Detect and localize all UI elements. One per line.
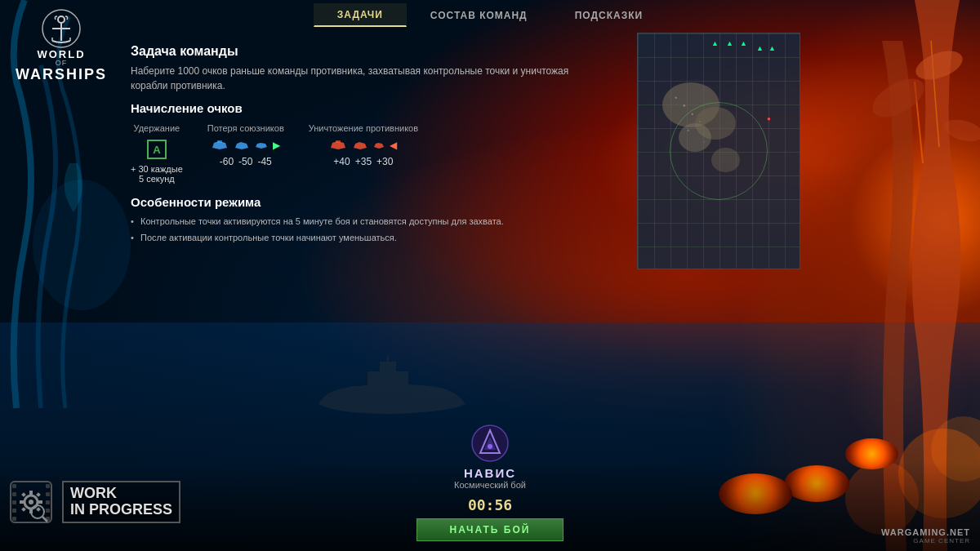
svg-marker-15: [235, 142, 248, 149]
enemies-val-2: +35: [355, 156, 372, 167]
svg-point-32: [29, 500, 33, 504]
svg-rect-48: [46, 500, 50, 504]
svg-rect-38: [36, 492, 41, 497]
mission-title: Задача команды: [131, 44, 588, 59]
wargaming-sub: GAME CENTER: [881, 537, 970, 544]
scoring-col-allies: Потеря союзников ▶ -60: [207, 123, 284, 167]
svg-marker-16: [256, 143, 267, 149]
destroyer-icon-allied: [255, 141, 268, 149]
cruiser-icon-allied: [234, 140, 250, 150]
terrain-dot-6: ●: [703, 140, 705, 144]
gear-icon: [7, 478, 56, 527]
enemies-values: +40 +35 +30: [333, 156, 393, 167]
terrain-dot-1: ●: [683, 103, 686, 108]
wip-text-line2: IN PROGRESS: [70, 502, 172, 518]
terrain-dot-5: ●: [687, 127, 689, 132]
logo-warships: WARSHIPS: [8, 67, 114, 82]
svg-rect-33: [29, 491, 33, 495]
svg-point-51: [31, 505, 44, 518]
svg-rect-36: [38, 500, 42, 504]
svg-point-29: [488, 444, 492, 449]
allied-arrow: ▶: [273, 140, 280, 151]
game-logo: WORLD OF WARSHIPS: [8, 8, 114, 82]
capture-point-a: A: [147, 140, 167, 159]
svg-rect-40: [36, 507, 41, 512]
tab-hints[interactable]: ПОДСКАЗКИ: [551, 4, 666, 27]
scoring-col-holding-label: Удержание: [134, 123, 180, 133]
svg-marker-19: [354, 142, 367, 149]
mission-description: Наберите 1000 очков раньше команды проти…: [131, 64, 588, 93]
svg-rect-43: [12, 500, 16, 504]
feature-item-2: После активации контрольные точки начина…: [131, 232, 588, 244]
allies-icons: ▶: [211, 140, 280, 151]
features-title: Особенности режима: [131, 195, 588, 209]
content-panel: Задача команды Наберите 1000 очков раньш…: [131, 33, 588, 249]
allies-val-1: -60: [220, 156, 234, 167]
battle-timer: 00:56: [468, 496, 512, 513]
enemies-val-3: +30: [376, 156, 393, 167]
green-marker-1: ▲: [711, 40, 719, 47]
scoring-col-enemies-label: Уничтожение противников: [309, 123, 418, 133]
radar-circle: [670, 102, 768, 200]
enemies-icons: ◀: [329, 140, 397, 151]
svg-rect-25: [412, 386, 433, 390]
wip-watermark: WORK IN PROGRESS: [7, 478, 180, 527]
enemy-cruiser-icon: [352, 140, 368, 150]
enemies-val-1: +40: [333, 156, 350, 167]
svg-rect-44: [12, 509, 16, 513]
allies-val-3: -45: [257, 156, 271, 167]
minimap-grid: ▲ ▲ ▲ ▲ ▲ ● ● ● ● ● ● ●: [638, 33, 800, 269]
svg-rect-42: [12, 492, 16, 496]
svg-rect-49: [46, 509, 50, 513]
allies-val-2: -50: [238, 156, 252, 167]
svg-rect-18: [336, 140, 341, 143]
svg-marker-20: [374, 143, 384, 149]
scoring-grid: Удержание A + 30 каждые5 секунд Потеря с…: [131, 123, 588, 184]
svg-rect-46: [46, 484, 50, 488]
ship-info: НАВИС Космический бой: [454, 424, 526, 493]
scoring-col-allies-label: Потеря союзников: [207, 123, 284, 133]
scoring-title: Начисление очков: [131, 101, 588, 115]
svg-rect-41: [12, 484, 16, 488]
tab-teams[interactable]: СОСТАВ КОМАНД: [407, 4, 551, 27]
enemy-arrow: ◀: [390, 140, 397, 151]
svg-rect-21: [368, 371, 408, 388]
ship-silhouette: [310, 355, 474, 420]
scoring-col-enemies: Уничтожение противников ◀ +40: [309, 123, 418, 167]
wip-text-line1: WORK: [70, 486, 172, 502]
svg-rect-39: [21, 507, 26, 512]
logo-text: WORLD OF WARSHIPS: [8, 49, 114, 82]
enemy-battleship-icon: [329, 140, 347, 151]
terrain-dot-3: ●: [675, 95, 677, 100]
header-tabs: ЗАДАЧИ СОСТАВ КОМАНД ПОДСКАЗКИ: [0, 0, 980, 27]
green-marker-5: ▲: [768, 45, 776, 52]
svg-rect-45: [12, 517, 16, 521]
green-marker-2: ▲: [726, 40, 733, 47]
svg-rect-37: [21, 492, 26, 497]
svg-rect-24: [351, 386, 372, 390]
anchor-icon: [41, 8, 82, 49]
ship-emblem-icon: [470, 424, 510, 463]
minimap: ▲ ▲ ▲ ▲ ▲ ● ● ● ● ● ● ● A B C D E F G H …: [637, 33, 800, 269]
battleship-icon: [211, 140, 229, 151]
green-marker-3: ▲: [740, 40, 747, 47]
scoring-holding-value: + 30 каждые5 секунд: [131, 164, 183, 184]
enemy-destroyer-icon: [373, 141, 385, 149]
terrain-dot-4: ●: [699, 119, 701, 123]
tab-tasks[interactable]: ЗАДАЧИ: [314, 3, 407, 27]
svg-rect-14: [217, 140, 222, 143]
allies-values: -60 -50 -45: [220, 156, 272, 167]
red-marker-1: ●: [767, 115, 771, 122]
start-battle-button[interactable]: НАЧАТЬ БОЙ: [416, 518, 564, 541]
ship-name: НАВИС: [464, 466, 516, 480]
green-marker-4: ▲: [756, 45, 764, 52]
wargaming-logo: WARGAMING.NET GAME CENTER: [881, 527, 970, 544]
wip-text-container: WORK IN PROGRESS: [62, 481, 180, 523]
scoring-col-holding: Удержание A + 30 каждые5 секунд: [131, 123, 183, 184]
svg-point-8: [58, 16, 65, 23]
terrain-dot-2: ●: [691, 111, 693, 116]
ship-type: Космический бой: [454, 480, 526, 490]
feature-item-1: Контрольные точки активируются на 5 мину…: [131, 216, 588, 228]
wargaming-name: WARGAMING.NET: [881, 527, 970, 537]
svg-rect-47: [46, 492, 50, 496]
